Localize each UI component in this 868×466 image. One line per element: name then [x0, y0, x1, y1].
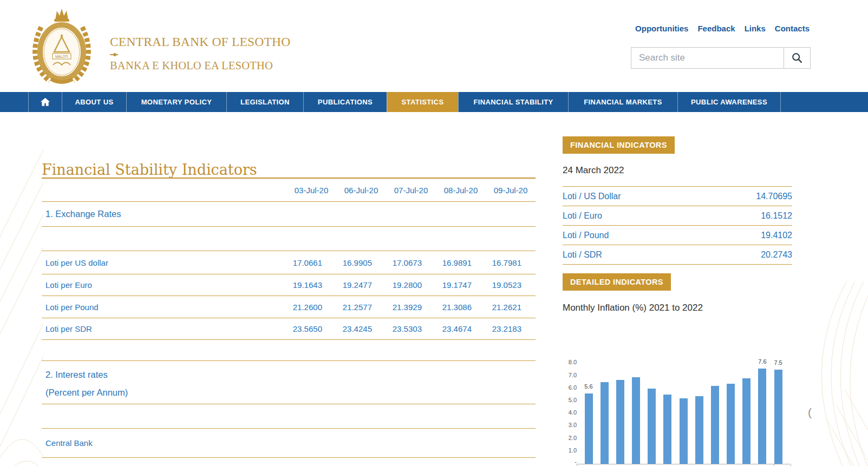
- decorative-pattern-left: [0, 112, 43, 466]
- top-link-opportunities[interactable]: Opportunities: [635, 24, 688, 33]
- inflation-bar: [632, 377, 640, 464]
- bar-data-label: 7.6: [754, 358, 771, 365]
- emblem-banner-text: MALOTI: [55, 55, 68, 58]
- y-axis-tick-label: 3.0: [563, 422, 577, 428]
- table-row: 2. Interest rates(Percent per Annum): [42, 361, 536, 404]
- search-box: [631, 47, 811, 69]
- table-row: 1. Exchange Rates: [42, 202, 536, 227]
- rate-label: Loti / US Dollar: [563, 187, 621, 206]
- rate-row: Loti / SDR20.2743: [563, 245, 792, 265]
- row-label: Loti per Euro: [42, 280, 286, 290]
- inflation-bar: [616, 380, 624, 464]
- indicators-date: 24 March 2022: [563, 165, 792, 176]
- partial-glyph: (: [808, 406, 812, 419]
- table-row: [42, 404, 536, 429]
- main-navigation: ABOUT USMONETARY POLICYLEGISLATIONPUBLIC…: [0, 92, 868, 112]
- row-value: 21.2621: [486, 303, 536, 312]
- table-row: Loti per Pound21.260021.257721.392921.30…: [42, 296, 536, 318]
- rate-row: Loti / Pound19.4102: [563, 226, 792, 245]
- row-label: Loti per Pound: [42, 303, 286, 312]
- logo-line2: BANKA E KHOLO EA LESOTHO: [110, 60, 240, 72]
- logo-wordmark: CENTRAL BANK OF LESOTHO BANKA E KHOLO EA…: [110, 35, 240, 72]
- date-column-header: 06-Jul-20: [336, 186, 386, 195]
- top-link-links[interactable]: Links: [745, 24, 766, 33]
- nav-item-monetary-policy[interactable]: MONETARY POLICY: [126, 92, 226, 112]
- table-row: Loti per SDR23.565023.424523.530323.4674…: [42, 318, 536, 340]
- row-value: 19.2800: [386, 280, 436, 290]
- row-value: 23.5650: [286, 324, 336, 333]
- nav-item-public-awareness[interactable]: PUBLIC AWARENESS: [677, 92, 780, 112]
- inflation-bar: [648, 389, 656, 464]
- row-value: 16.9891: [436, 258, 486, 267]
- rate-value: 14.70695: [756, 187, 792, 206]
- y-axis-tick-label: 7.0: [563, 372, 577, 378]
- row-value: 23.4245: [336, 324, 386, 333]
- y-axis-tick-label: 5.0: [563, 397, 577, 403]
- inflation-bar: [663, 395, 671, 464]
- rate-value: 19.4102: [761, 226, 792, 245]
- chart-subtitle: Monthly Inflation (%) 2021 to 2022: [563, 303, 792, 313]
- rate-label: Loti / SDR: [563, 245, 602, 264]
- top-link-feedback[interactable]: Feedback: [697, 24, 735, 33]
- nav-item-legislation[interactable]: LEGISLATION: [226, 92, 303, 112]
- y-axis-tick-label: 1.0: [563, 447, 577, 454]
- top-link-contacts[interactable]: Contacts: [775, 24, 810, 33]
- nav-item-publications[interactable]: PUBLICATIONS: [303, 92, 387, 112]
- rate-label: Loti / Euro: [563, 206, 602, 225]
- row-value: 16.7981: [486, 258, 536, 267]
- inflation-bar: [695, 396, 703, 464]
- row-value: 21.2600: [286, 303, 336, 312]
- bar-data-label: 7.5: [770, 359, 786, 366]
- search-input[interactable]: [631, 48, 784, 68]
- row-value: 23.5303: [386, 324, 436, 333]
- inflation-bar: [758, 369, 766, 464]
- section-label: 2. Interest rates(Percent per Annum): [42, 361, 286, 402]
- logo-divider: [110, 53, 232, 56]
- row-value: 23.2183: [486, 324, 536, 333]
- nav-item-about-us[interactable]: ABOUT US: [62, 92, 126, 112]
- y-axis-tick-label: 8.0: [563, 359, 577, 365]
- x-axis-line: [577, 464, 791, 464]
- nav-item-financial-stability[interactable]: FINANCIAL STABILITY: [458, 92, 568, 112]
- search-icon: [791, 52, 803, 64]
- row-label: Loti per SDR: [42, 324, 286, 333]
- row-value: 21.3086: [436, 303, 486, 312]
- home-icon: [40, 97, 50, 107]
- row-value: 17.0673: [386, 258, 436, 267]
- section-label-line1: 2. Interest rates: [45, 366, 286, 384]
- row-value: 17.0661: [286, 258, 336, 267]
- indicator-rates-table: Loti / US Dollar14.70695Loti / Euro16.15…: [563, 186, 792, 265]
- row-value: 23.4674: [436, 324, 486, 333]
- table-row: [42, 227, 536, 251]
- inflation-bar: [742, 378, 750, 464]
- y-axis-tick-label: -: [563, 458, 577, 465]
- table-row: Central Bank: [42, 429, 536, 458]
- rate-row: Loti / US Dollar14.70695: [563, 187, 792, 206]
- nav-item-statistics[interactable]: STATISTICS: [387, 92, 458, 112]
- row-value: 19.2477: [336, 280, 386, 290]
- search-button[interactable]: [784, 48, 810, 68]
- monthly-inflation-chart: 8.07.06.05.04.03.02.01.0-5.67.67.5: [563, 331, 792, 465]
- nav-item-home[interactable]: [28, 92, 62, 112]
- rate-value: 20.2743: [761, 245, 792, 264]
- table-row: Lombard Facility7.477.477.477.477.47: [42, 458, 536, 466]
- inflation-bar: [585, 393, 593, 464]
- decorative-pattern-right: [815, 281, 868, 466]
- inflation-bar: [601, 382, 609, 464]
- section-label-line2: (Percent per Annum): [45, 384, 286, 402]
- financial-stability-table: 03-Jul-2006-Jul-2007-Jul-2008-Jul-2009-J…: [42, 178, 536, 466]
- y-axis-tick-label: 2.0: [563, 435, 577, 441]
- row-value: 16.9905: [336, 258, 386, 267]
- nav-item-financial-markets[interactable]: FINANCIAL MARKETS: [568, 92, 677, 112]
- row-label: Central Bank: [42, 438, 286, 448]
- date-column-header: 08-Jul-20: [436, 186, 486, 195]
- cbl-emblem-logo: MALOTI: [27, 5, 96, 87]
- page-title: Financial Stability Indicators: [42, 161, 257, 178]
- row-value: 21.3929: [386, 303, 436, 312]
- row-value: 19.1643: [286, 280, 336, 290]
- bar-data-label: 5.6: [580, 383, 597, 390]
- date-column-header: 03-Jul-20: [286, 186, 336, 195]
- row-value: 19.1747: [436, 280, 486, 290]
- section-label: 1. Exchange Rates: [42, 209, 286, 219]
- table-row: [42, 340, 536, 361]
